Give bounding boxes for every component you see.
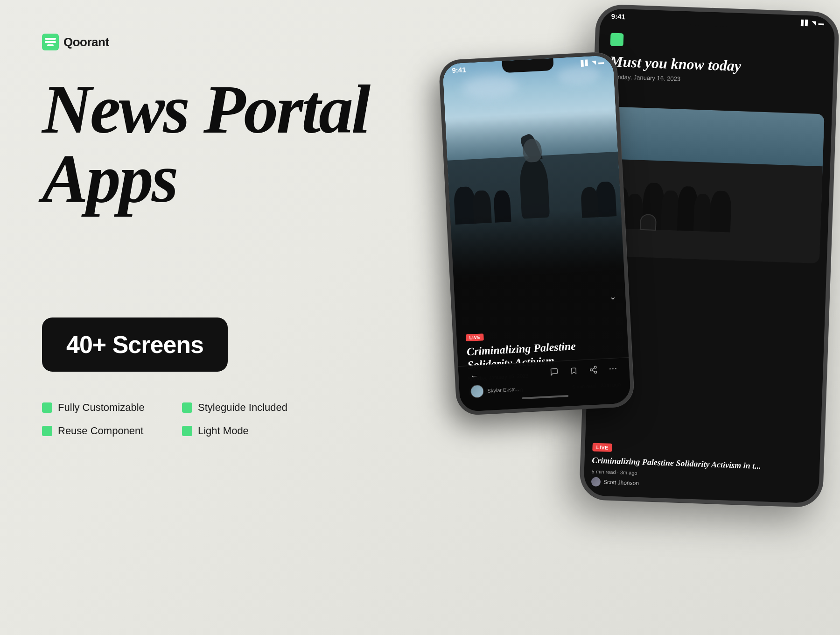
phone-front-device: 9:41 ▋▋ ◥ ▬	[439, 52, 634, 416]
feature-label-3: Reuse Component	[58, 425, 143, 437]
bottom-person-avatar	[470, 384, 484, 398]
feature-dot-3	[42, 426, 52, 436]
feature-item-2: Styleguide Included	[182, 402, 313, 414]
back-status-time: 9:41	[611, 12, 625, 21]
screens-badge: 40+ Screens	[42, 318, 228, 372]
front-status-time: 9:41	[452, 65, 466, 74]
back-live-badge: LIVE	[592, 443, 612, 452]
back-logo-icon	[610, 33, 624, 46]
back-navigation-icon[interactable]: ←	[469, 370, 479, 381]
svg-line-4	[592, 367, 595, 369]
features-list: Fully Customizable Styleguide Included R…	[42, 402, 313, 437]
logo-bar-3	[47, 44, 54, 46]
feature-label-2: Styleguide Included	[198, 402, 287, 414]
brand-logo-icon	[42, 34, 59, 50]
svg-point-2	[595, 371, 597, 373]
feature-item-3: Reuse Component	[42, 425, 163, 437]
feature-dot-2	[182, 402, 192, 413]
feature-item-1: Fully Customizable	[42, 402, 163, 414]
feature-dot-1	[42, 402, 52, 413]
logo-area: Qoorant	[42, 34, 109, 50]
back-author-avatar	[591, 477, 601, 487]
phones-container: 9:41 ▋▋ ◥ ▬ Must you know today Monday, …	[350, 0, 840, 635]
back-author-name: Scott Jhonson	[603, 479, 639, 487]
logo-bar-2	[45, 41, 56, 43]
back-phone-title-area: Must you know today Monday, January 16, …	[609, 53, 823, 87]
svg-line-3	[592, 370, 595, 372]
brand-name: Qoorant	[63, 35, 109, 49]
back-image-overlay	[599, 106, 825, 263]
feature-dot-4	[182, 426, 192, 436]
bottom-person-row: Skylar Ekstr...	[470, 377, 619, 398]
bottom-person-name: Skylar Ekstr...	[487, 386, 519, 394]
nav-action-icons	[549, 363, 618, 377]
feature-label-1: Fully Customizable	[58, 402, 145, 414]
back-news-image-card	[599, 106, 825, 263]
svg-point-5	[609, 368, 611, 369]
feature-item-4: Light Mode	[182, 425, 313, 437]
front-live-badge: LIVE	[466, 334, 484, 342]
back-phone-logo	[610, 33, 624, 46]
back-bottom-card: LIVE Criminalizing Palestine Solidarity …	[591, 442, 813, 494]
chevron-down-icon: ⌄	[609, 291, 616, 302]
svg-point-6	[612, 368, 614, 369]
front-bottom-nav: ←	[458, 357, 631, 412]
share-icon[interactable]	[588, 364, 599, 375]
logo-bar-1	[45, 38, 56, 40]
svg-point-7	[615, 368, 616, 369]
home-indicator	[522, 395, 568, 399]
back-status-icons: ▋▋ ◥ ▬	[801, 19, 824, 28]
front-status-icons: ▋▋ ◥ ▬	[581, 58, 604, 68]
feature-label-4: Light Mode	[198, 425, 249, 437]
comment-icon[interactable]	[549, 366, 560, 377]
page-wrapper: Qoorant News Portal Apps 40+ Screens Ful…	[0, 0, 840, 635]
phone-front-screen: 9:41 ▋▋ ◥ ▬	[442, 55, 631, 412]
more-options-icon[interactable]	[608, 363, 618, 374]
hero-title: News Portal Apps	[42, 75, 378, 213]
bookmark-icon[interactable]	[568, 365, 579, 376]
